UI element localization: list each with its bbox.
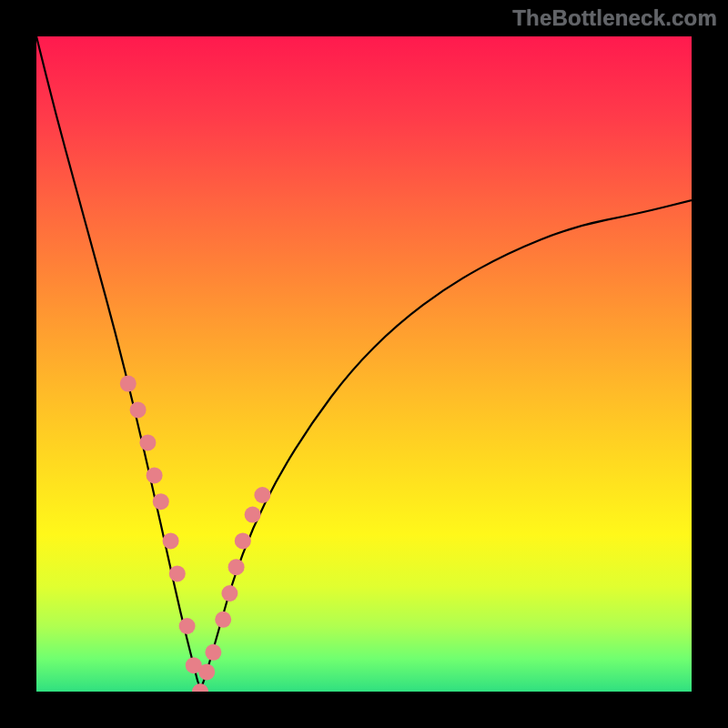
data-marker [130,401,147,418]
data-marker [192,683,208,692]
curve-svg [36,36,692,692]
data-marker [245,507,261,523]
data-marker [205,644,221,661]
data-marker [228,559,245,575]
data-marker [198,663,215,680]
data-marker [254,487,270,503]
data-marker [153,493,169,510]
data-markers [120,376,271,692]
bottleneck-curve [36,36,692,686]
watermark-text: TheBottleneck.com [512,5,717,31]
data-marker [221,585,238,602]
data-marker [169,565,186,581]
chart-plot-area [36,36,692,692]
data-marker [139,434,156,450]
data-marker [163,532,179,549]
data-marker [215,612,231,628]
data-marker [179,618,196,634]
data-marker [147,467,163,483]
data-marker [120,376,136,392]
data-marker [235,532,251,549]
